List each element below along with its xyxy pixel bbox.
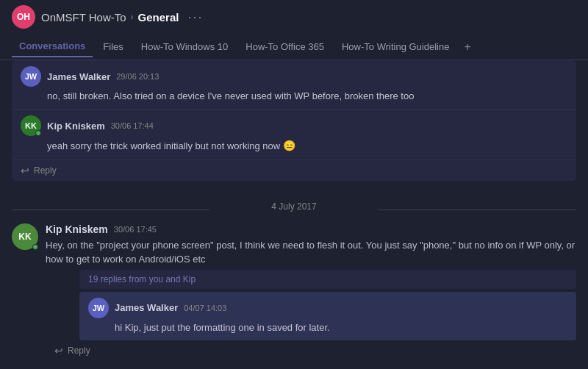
tab-how-to-windows[interactable]: How-To Windows 10: [134, 37, 236, 57]
tabs-bar: Conversations Files How-To Windows 10 Ho…: [0, 34, 588, 60]
kip-name: Kip Kniskem: [46, 223, 108, 235]
tab-writing-guideline[interactable]: How-To Writing Guideline: [334, 37, 456, 57]
conversations-content: JW James Walker 29/06 20:13 no, still br…: [0, 60, 588, 369]
msg-name-2: Kip Kniskem: [47, 121, 105, 132]
header: OH OnMSFT How-To › General ···: [0, 0, 588, 34]
avatar-kip-main: KK: [12, 223, 38, 250]
avatar-kip-1: KK: [21, 115, 41, 136]
msg-time-1: 29/06 20:13: [116, 72, 159, 81]
online-indicator-kip: [32, 244, 38, 250]
reply-button-1[interactable]: ↩ Reply: [12, 160, 576, 181]
avatar-james-1: JW: [21, 66, 41, 87]
emoji-icon: 😑: [283, 139, 295, 154]
team-name: OnMSFT How-To: [41, 11, 126, 24]
breadcrumb-chevron: ›: [131, 12, 134, 22]
nested-body: hi Kip, just put the formatting one in s…: [115, 321, 567, 334]
date-separator-july4: 4 July 2017: [12, 190, 576, 218]
reply-icon-1: ↩: [21, 165, 29, 176]
nested-header: JW James Walker 04/07 14:03: [88, 298, 567, 318]
more-options-dots[interactable]: ···: [187, 10, 203, 25]
team-avatar: OH: [12, 5, 35, 29]
reply-icon-kip: ↩: [54, 345, 63, 357]
msg-body-1: no, still broken. Also tried on a device…: [47, 90, 567, 103]
thread-message-1: JW James Walker 29/06 20:13 no, still br…: [12, 60, 576, 110]
main-msg-content-kip: Kip Kniskem 30/06 17:45 Hey, on the "pro…: [46, 223, 576, 361]
reply-button-kip[interactable]: ↩ Reply: [46, 340, 576, 361]
msg-header-2: KK Kip Kniskem 30/06 17:44: [21, 115, 567, 136]
tab-conversations[interactable]: Conversations: [12, 36, 93, 57]
nested-time: 04/07 14:03: [184, 304, 226, 312]
replies-count[interactable]: 19 replies from you and Kip: [79, 270, 576, 289]
tab-files[interactable]: Files: [96, 37, 130, 57]
main-message-kip: KK Kip Kniskem 30/06 17:45 Hey, on the "…: [12, 218, 576, 361]
kip-time: 30/06 17:45: [114, 225, 157, 234]
add-tab-button[interactable]: +: [459, 40, 475, 54]
msg-header-1: JW James Walker 29/06 20:13: [21, 66, 567, 87]
tab-how-to-office[interactable]: How-To Office 365: [238, 37, 331, 57]
thread-box-june: JW James Walker 29/06 20:13 no, still br…: [12, 60, 576, 181]
main-msg-header-kip: Kip Kniskem 30/06 17:45: [46, 223, 576, 235]
msg-body-2: yeah sorry the trick worked initially bu…: [47, 139, 567, 154]
msg-name-1: James Walker: [47, 71, 110, 82]
nested-name: James Walker: [115, 302, 178, 313]
nested-reply: JW James Walker 04/07 14:03 hi Kip, just…: [79, 292, 576, 340]
msg-time-2: 30/06 17:44: [111, 121, 154, 130]
thread-message-2: KK Kip Kniskem 30/06 17:44 yeah sorry th…: [12, 110, 576, 160]
kip-body: Hey, on the "project your phone screen" …: [46, 238, 576, 267]
online-indicator: [35, 130, 41, 136]
avatar-james-nested: JW: [88, 298, 109, 318]
header-title: OnMSFT How-To › General ···: [41, 10, 203, 25]
channel-name: General: [138, 11, 179, 24]
